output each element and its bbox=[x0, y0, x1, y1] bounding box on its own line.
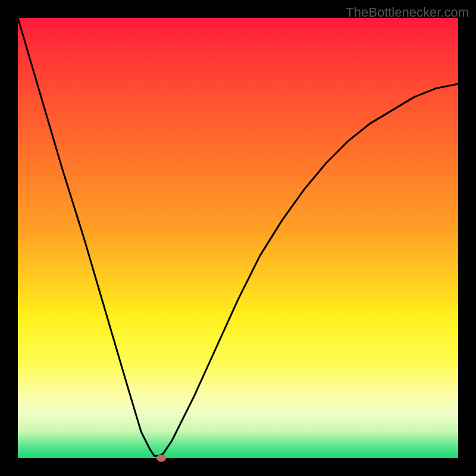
chart-area bbox=[18, 18, 458, 458]
bottleneck-curve bbox=[18, 18, 458, 458]
watermark-text: TheBottlenecker.com bbox=[346, 5, 469, 20]
target-marker bbox=[156, 455, 166, 462]
